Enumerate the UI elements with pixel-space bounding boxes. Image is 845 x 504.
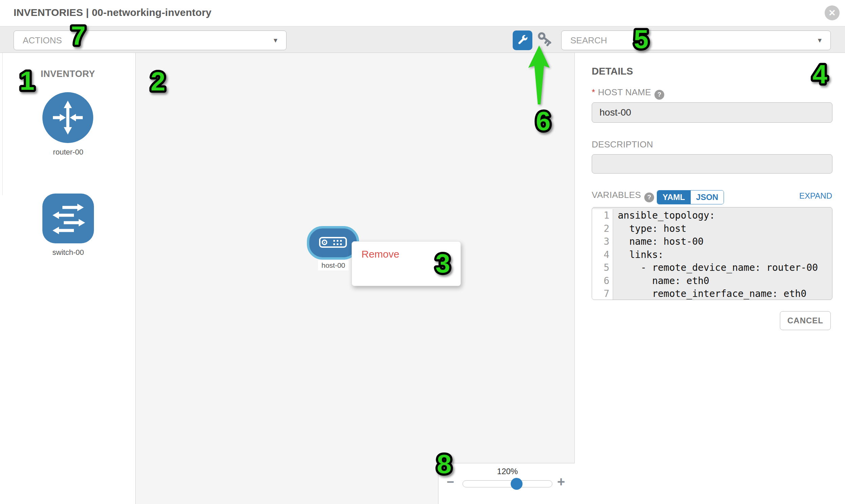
variables-format-toggle: YAML JSON [657, 190, 724, 204]
actions-dropdown[interactable]: ACTIONS ▾ [14, 31, 286, 50]
header: INVENTORIES | 00-networking-inventory ✕ [0, 0, 845, 26]
close-icon: ✕ [828, 8, 836, 18]
required-marker: * [592, 87, 595, 97]
details-heading: DETAILS [592, 66, 633, 77]
host-node-label: host-00 [318, 260, 349, 270]
tools-button[interactable] [513, 31, 532, 50]
chevron-down-icon: ▾ [818, 36, 822, 45]
router-icon [42, 92, 93, 143]
toggle-json[interactable]: JSON [690, 191, 724, 204]
actions-dropdown-placeholder: ACTIONS [23, 35, 62, 46]
zoom-out-button[interactable]: − [446, 475, 454, 488]
zoom-in-button[interactable]: + [557, 475, 565, 488]
toolbar: ACTIONS ▾ SEARCH ▾ [0, 26, 845, 53]
context-menu-item-remove[interactable]: Remove [352, 245, 460, 263]
help-icon[interactable]: ? [644, 193, 654, 202]
host-node-selected[interactable] [307, 226, 359, 259]
editor-line: 6 name: eth0 [592, 274, 832, 288]
topology-canvas[interactable]: host-00 Details Remove 120% − + [136, 53, 575, 504]
awx-network-inventory-window: INVENTORIES | 00-networking-inventory ✕ … [0, 0, 845, 504]
editor-line: 2 type: host [592, 222, 832, 236]
sidebar-edge-divider [2, 53, 3, 195]
key-icon [535, 33, 552, 49]
zoom-slider[interactable] [462, 480, 552, 487]
details-panel: DETAILS *HOST NAME? DESCRIPTION VARIABLE… [575, 53, 845, 504]
variables-label: VARIABLES? [592, 190, 654, 202]
close-button[interactable]: ✕ [825, 5, 840, 20]
sidebar-heading: INVENTORY [41, 69, 95, 79]
wrench-icon [517, 34, 528, 47]
description-label: DESCRIPTION [592, 139, 653, 150]
zoom-level-value: 120% [462, 467, 552, 476]
palette-item-label: switch-00 [42, 248, 94, 257]
description-input[interactable] [592, 154, 832, 174]
palette-item-label: router-00 [42, 148, 94, 157]
host-name-label: *HOST NAME? [592, 87, 664, 100]
page-title: INVENTORIES | 00-networking-inventory [14, 7, 212, 18]
editor-line: 1ansible_topology: [592, 209, 832, 222]
editor-line: 3 name: host-00 [592, 235, 832, 249]
zoom-control: 120% − + [438, 463, 575, 504]
editor-line: 7 remote_interface_name: eth0 [592, 287, 832, 300]
node-context-menu: Details Remove [352, 241, 461, 286]
switch-icon [42, 194, 94, 244]
editor-line: 5 - remote_device_name: router-00 [592, 261, 832, 274]
inventory-sidebar: INVENTORY router-00 [0, 53, 136, 504]
palette-item-switch[interactable]: switch-00 [42, 194, 94, 257]
variables-editor[interactable]: 1ansible_topology: 2 type: host 3 name: … [592, 207, 832, 300]
search-dropdown[interactable]: SEARCH ▾ [561, 31, 831, 50]
zoom-slider-thumb[interactable] [511, 478, 523, 490]
host-name-input[interactable] [592, 102, 832, 123]
expand-link[interactable]: EXPAND [799, 191, 832, 201]
palette-item-router[interactable]: router-00 [42, 92, 94, 157]
key-button[interactable] [535, 33, 553, 49]
chevron-down-icon: ▾ [274, 36, 277, 45]
help-icon[interactable]: ? [654, 90, 664, 100]
cancel-button[interactable]: CANCEL [780, 311, 831, 330]
toggle-yaml[interactable]: YAML [657, 191, 690, 204]
search-dropdown-placeholder: SEARCH [570, 35, 607, 46]
editor-line: 4 links: [592, 249, 832, 262]
host-icon [319, 237, 347, 249]
